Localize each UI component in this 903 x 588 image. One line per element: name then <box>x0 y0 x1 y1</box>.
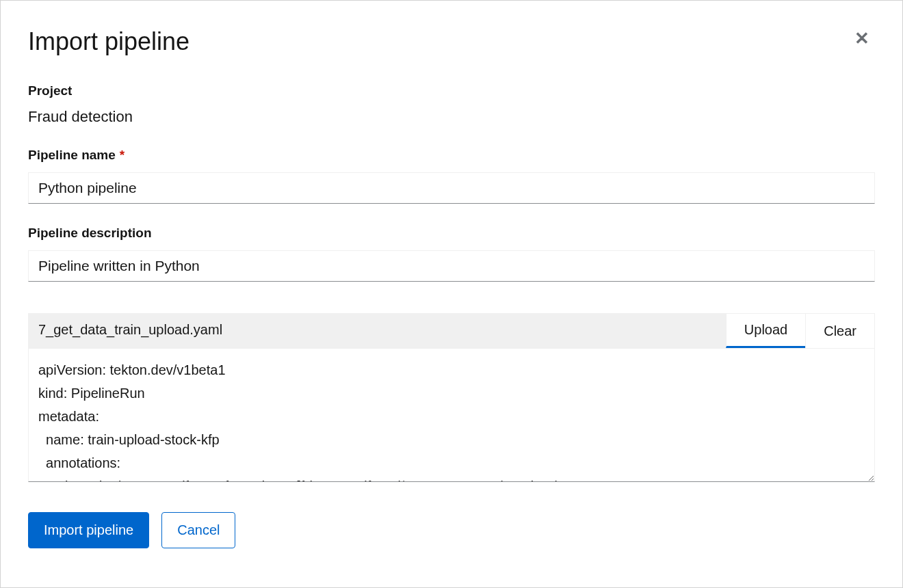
project-value: Fraud detection <box>28 108 875 126</box>
import-pipeline-button[interactable]: Import pipeline <box>28 512 149 548</box>
pipeline-description-label: Pipeline description <box>28 226 875 241</box>
clear-button[interactable]: Clear <box>805 314 874 348</box>
action-buttons: Import pipeline Cancel <box>28 512 875 548</box>
modal-title: Import pipeline <box>28 27 189 56</box>
project-group: Project Fraud detection <box>28 83 875 126</box>
pipeline-name-input[interactable] <box>28 172 875 204</box>
required-indicator: * <box>120 148 125 162</box>
cancel-button[interactable]: Cancel <box>161 512 235 548</box>
import-pipeline-modal: Import pipeline ✕ Project Fraud detectio… <box>1 1 902 587</box>
project-label: Project <box>28 83 875 98</box>
pipeline-description-input[interactable] <box>28 250 875 282</box>
file-row: 7_get_data_train_upload.yaml Upload Clea… <box>28 313 875 349</box>
close-button[interactable]: ✕ <box>849 27 875 50</box>
close-icon: ✕ <box>854 28 869 49</box>
modal-header: Import pipeline ✕ <box>28 27 875 56</box>
file-upload-group: 7_get_data_train_upload.yaml Upload Clea… <box>28 313 875 485</box>
pipeline-description-group: Pipeline description <box>28 226 875 282</box>
pipeline-name-group: Pipeline name* <box>28 148 875 204</box>
yaml-content-textarea[interactable] <box>28 349 875 482</box>
file-name-display: 7_get_data_train_upload.yaml <box>29 314 726 348</box>
pipeline-name-label: Pipeline name* <box>28 148 875 163</box>
upload-button[interactable]: Upload <box>726 314 805 348</box>
